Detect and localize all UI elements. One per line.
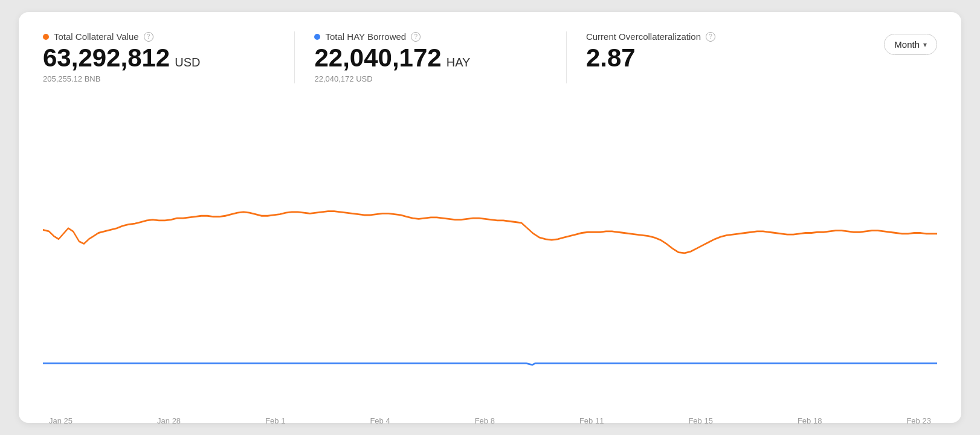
x-label-4: Feb 8 — [475, 416, 495, 425]
x-label-8: Feb 23 — [906, 416, 930, 425]
info-icon-2[interactable]: ? — [411, 32, 421, 42]
x-label-7: Feb 18 — [798, 416, 822, 425]
metric-value-1: 63,292,812 USD — [43, 44, 275, 72]
period-label: Month — [894, 39, 920, 50]
x-label-3: Feb 4 — [370, 416, 390, 425]
chart-area: Jan 25 Jan 28 Feb 1 Feb 4 Feb 8 Feb 11 F… — [43, 98, 937, 408]
orange-dot-icon — [43, 34, 49, 40]
x-label-2: Feb 1 — [265, 416, 285, 425]
line-chart — [43, 98, 937, 408]
metric-value-2: 22,040,172 HAY — [314, 44, 546, 72]
metric-label-row-2: Total HAY Borrowed ? — [314, 31, 546, 42]
metric-value-3: 2.87 — [586, 44, 865, 72]
metric-label-row-3: Current Overcollateralization ? — [586, 31, 865, 42]
metric-label-1: Total Collateral Value — [54, 31, 139, 42]
metric-label-2: Total HAY Borrowed — [325, 31, 406, 42]
metric-total-collateral: Total Collateral Value ? 63,292,812 USD … — [43, 31, 295, 83]
x-axis: Jan 25 Jan 28 Feb 1 Feb 4 Feb 8 Feb 11 F… — [43, 416, 937, 425]
dashboard-card: Total Collateral Value ? 63,292,812 USD … — [19, 12, 961, 423]
metrics-header: Total Collateral Value ? 63,292,812 USD … — [43, 31, 937, 83]
metric-label-row-1: Total Collateral Value ? — [43, 31, 275, 42]
chevron-down-icon: ▾ — [923, 40, 927, 49]
header-actions: Month ▾ — [884, 31, 937, 55]
x-label-0: Jan 25 — [49, 416, 73, 425]
info-icon-3[interactable]: ? — [706, 32, 715, 42]
metric-hay-borrowed: Total HAY Borrowed ? 22,040,172 HAY 22,0… — [314, 31, 566, 83]
x-label-6: Feb 15 — [688, 416, 712, 425]
period-dropdown-button[interactable]: Month ▾ — [884, 34, 937, 55]
x-label-1: Jan 28 — [157, 416, 181, 425]
metric-overcollateralization: Current Overcollateralization ? 2.87 — [586, 31, 884, 72]
x-label-5: Feb 11 — [579, 416, 604, 425]
blue-line — [43, 363, 937, 365]
metric-label-3: Current Overcollateralization — [586, 31, 701, 42]
blue-dot-icon — [314, 34, 320, 40]
orange-line — [43, 211, 937, 253]
info-icon-1[interactable]: ? — [144, 32, 153, 42]
metric-sub-2: 22,040,172 USD — [314, 74, 546, 83]
metric-sub-1: 205,255.12 BNB — [43, 74, 275, 83]
